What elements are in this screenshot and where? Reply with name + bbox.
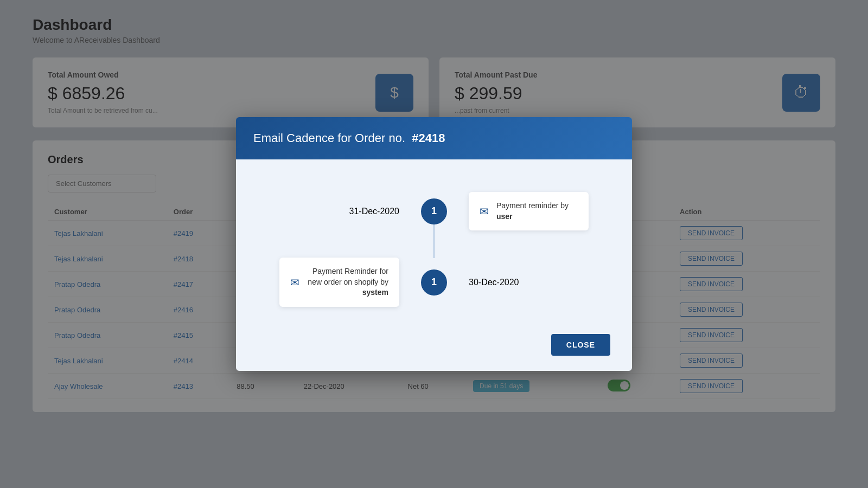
card-text-before-2: Payment Reminder for new order on shopif… (308, 267, 388, 286)
envelope-icon-1: ✉ (480, 205, 489, 218)
modal-title-prefix: Email Cadence for Order no. (253, 131, 405, 145)
card-text-bold-1: user (496, 212, 513, 221)
node-number-2: 1 (431, 277, 437, 288)
modal-footer: CLOSE (236, 334, 632, 371)
timeline-card-1: ✉ Payment reminder by user (469, 192, 589, 230)
email-cadence-modal: Email Cadence for Order no. #2418 31-Dec… (236, 117, 632, 371)
node-number-1: 1 (431, 206, 437, 217)
modal-title: Email Cadence for Order no. #2418 (253, 131, 615, 145)
timeline-node-1: 1 (421, 198, 447, 224)
timeline-node-2: 1 (421, 269, 447, 296)
modal-header: Email Cadence for Order no. #2418 (236, 117, 632, 159)
card-text-bold-2: system (362, 288, 388, 297)
modal-overlay: Email Cadence for Order no. #2418 31-Dec… (0, 0, 868, 488)
close-button[interactable]: CLOSE (551, 334, 610, 356)
card-text-2: Payment Reminder for new order on shopif… (307, 266, 388, 298)
modal-order-number: #2418 (412, 131, 445, 145)
modal-body: 31-Dec-2020 1 ✉ Payment reminder by user (236, 159, 632, 334)
envelope-icon-2: ✉ (290, 276, 299, 289)
timeline-card-2: ✉ Payment Reminder for new order on shop… (279, 258, 399, 307)
card-text-1: Payment reminder by user (496, 201, 578, 222)
card-text-before-1: Payment reminder by (496, 201, 569, 210)
timeline-date-2: 30-Dec-2020 (458, 278, 589, 287)
timeline-date-1: 31-Dec-2020 (279, 207, 410, 216)
